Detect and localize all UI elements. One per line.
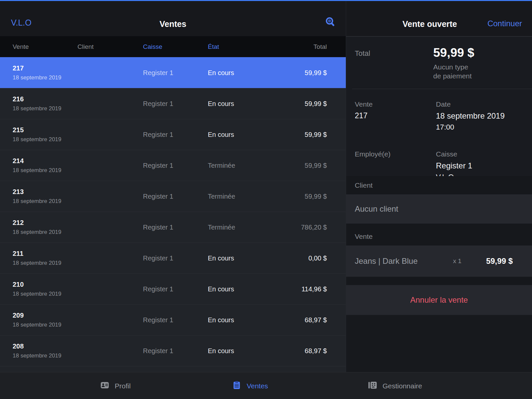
sale-status: En cours: [208, 347, 305, 355]
sale-row[interactable]: 208 18 septembre 2019 Register 1 En cour…: [0, 335, 346, 366]
sale-total: 68,97 $: [305, 347, 327, 355]
manager-register-icon: [368, 381, 377, 391]
detail-date-value: 18 septembre 2019: [436, 111, 513, 121]
sale-row[interactable]: 216 18 septembre 2019 Register 1 En cour…: [0, 88, 346, 119]
sale-total: 59,99 $: [305, 131, 327, 139]
tab-ventes[interactable]: Ventes: [232, 381, 268, 391]
sale-status: En cours: [208, 100, 305, 108]
tab-profil[interactable]: Profil: [100, 381, 131, 391]
client-value: Aucun client: [355, 204, 398, 214]
cancel-sale-button[interactable]: Annuler la vente: [346, 285, 532, 315]
column-header-etat[interactable]: État: [208, 43, 314, 50]
sale-register: Register 1: [143, 162, 208, 169]
detail-row-sale-date: Vente 217 Date 18 septembre 2019 17:00: [355, 100, 513, 132]
detail-sale: Vente 217: [355, 100, 436, 132]
detail-sale-label: Vente: [355, 100, 436, 108]
sale-id-cell: 215 18 septembre 2019: [13, 126, 77, 143]
sale-register: Register 1: [143, 316, 208, 324]
sale-number: 212: [13, 219, 77, 227]
sale-register: Register 1: [143, 131, 208, 139]
sales-clipboard-icon: [232, 381, 241, 391]
store-name-link[interactable]: V.L.O: [11, 18, 32, 28]
sale-date: 18 septembre 2019: [13, 167, 77, 174]
sale-detail-nav-bar: Vente ouverte Continuer: [346, 0, 532, 37]
total-amount: 59,99 $: [433, 47, 513, 59]
sales-list-panel: V.L.O Ventes Vente Client Caisse État To…: [0, 0, 346, 372]
detail-employee-label: Employé(e): [355, 150, 436, 158]
sale-row[interactable]: 214 18 septembre 2019 Register 1 Terminé…: [0, 150, 346, 181]
sale-row[interactable]: 209 18 septembre 2019 Register 1 En cour…: [0, 304, 346, 335]
sale-row[interactable]: 213 18 septembre 2019 Register 1 Terminé…: [0, 181, 346, 212]
sale-register: Register 1: [143, 254, 208, 262]
sale-row-partial: [0, 366, 346, 372]
search-button[interactable]: [325, 16, 336, 28]
sale-id-cell: 210 18 septembre 2019: [13, 281, 77, 297]
line-item-row[interactable]: Jeans | Dark Blue x 1 59,99 $: [346, 246, 532, 277]
line-item-name: Jeans | Dark Blue: [355, 256, 453, 266]
sale-detail-panel: Vente ouverte Continuer Total 59,99 $ Au…: [346, 0, 532, 372]
sale-register: Register 1: [143, 224, 208, 231]
sale-number: 213: [13, 188, 77, 196]
top-accent-line: [0, 0, 532, 1]
detail-register-label: Caisse: [436, 150, 513, 158]
sale-number: 217: [13, 64, 77, 72]
sales-nav-bar: V.L.O Ventes: [0, 0, 346, 36]
sale-id-cell: 208 18 septembre 2019: [13, 343, 77, 359]
app-window: V.L.O Ventes Vente Client Caisse État To…: [0, 0, 532, 372]
line-item-price: 59,99 $: [486, 256, 513, 266]
sale-id-cell: 217 18 septembre 2019: [13, 64, 77, 81]
total-section: Total 59,99 $ Aucun type de paiement: [352, 37, 532, 89]
sale-number: 210: [13, 281, 77, 288]
sale-status: Terminée: [208, 193, 305, 200]
sale-row[interactable]: 211 18 septembre 2019 Register 1 En cour…: [0, 243, 346, 273]
client-section-label: Client: [355, 181, 373, 189]
line-item-quantity: x 1: [453, 257, 462, 265]
sale-details-section: Vente 217 Date 18 septembre 2019 17:00 E…: [346, 89, 532, 176]
sale-date: 18 septembre 2019: [13, 322, 77, 328]
sale-row[interactable]: 215 18 septembre 2019 Register 1 En cour…: [0, 119, 346, 150]
bottom-tab-bar: Profil Ventes Gestionn: [0, 372, 532, 399]
sale-number: 215: [13, 126, 77, 134]
continue-button[interactable]: Continuer: [487, 19, 522, 28]
sale-section-label: Vente: [355, 233, 373, 241]
sale-total: 114,96 $: [302, 285, 327, 293]
section-gap: [346, 277, 532, 285]
total-label: Total: [355, 49, 433, 89]
sale-id-cell: 212 18 septembre 2019: [13, 219, 77, 236]
sale-row[interactable]: 212 18 septembre 2019 Register 1 Terminé…: [0, 212, 346, 243]
sale-detail-title: Vente ouverte: [403, 19, 457, 29]
sale-register: Register 1: [143, 100, 208, 108]
payment-type-note: Aucun type de paiement: [433, 63, 476, 81]
search-icon: [325, 24, 336, 29]
tab-gestionnaire[interactable]: Gestionnaire: [368, 381, 422, 391]
sale-date: 18 septembre 2019: [13, 136, 77, 143]
sale-date: 18 septembre 2019: [13, 291, 77, 297]
sale-total: 59,99 $: [305, 69, 327, 77]
sale-date: 18 septembre 2019: [13, 260, 77, 266]
column-header-client: Client: [77, 43, 143, 50]
sale-status: En cours: [208, 285, 302, 293]
sale-row[interactable]: 217 18 septembre 2019 Register 1 En cour…: [0, 57, 346, 88]
sale-id-cell: 211 18 septembre 2019: [13, 250, 77, 266]
sale-number: 211: [13, 250, 77, 257]
sale-number: 209: [13, 312, 77, 319]
sale-status: En cours: [208, 131, 305, 139]
sales-table-header: Vente Client Caisse État Total: [0, 36, 346, 57]
sale-register: Register 1: [143, 69, 208, 77]
tab-ventes-label: Ventes: [247, 382, 268, 390]
detail-date: Date 18 septembre 2019 17:00: [436, 100, 513, 132]
sale-row[interactable]: 210 18 septembre 2019 Register 1 En cour…: [0, 273, 346, 304]
detail-panel-empty-area: [346, 315, 532, 372]
tab-profil-label: Profil: [115, 382, 131, 390]
client-row[interactable]: Aucun client: [346, 194, 532, 224]
sale-number: 208: [13, 343, 77, 350]
column-header-caisse[interactable]: Caisse: [143, 43, 208, 50]
sale-number: 214: [13, 157, 77, 165]
sale-register: Register 1: [143, 285, 208, 293]
sale-id-cell: 213 18 septembre 2019: [13, 188, 77, 205]
profile-card-icon: [100, 381, 109, 391]
detail-sale-value: 217: [355, 111, 436, 120]
sale-date: 18 septembre 2019: [13, 105, 77, 112]
detail-date-label: Date: [436, 100, 513, 108]
sale-id-cell: 214 18 septembre 2019: [13, 157, 77, 174]
